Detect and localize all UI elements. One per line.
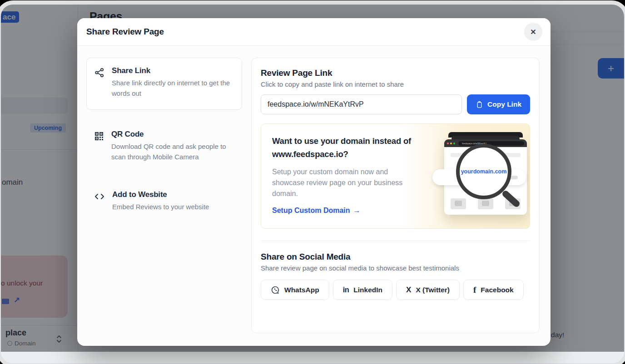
social-button-label: LinkedIn — [353, 286, 382, 294]
social-button-label: X (Twitter) — [416, 286, 450, 294]
social-buttons-row: WhatsApp in LinkedIn X X (Twitter) f Fac… — [261, 280, 530, 300]
traffic-red-dot — [447, 143, 449, 144]
review-page-link-subheading: Click to copy and paste link on internet… — [261, 80, 530, 88]
option-description: Download QR code and ask people to scan … — [111, 142, 235, 162]
social-button-label: Facebook — [481, 286, 513, 294]
share-linkedin-button[interactable]: in LinkedIn — [333, 280, 392, 300]
social-heading: Share on Social Media — [261, 252, 530, 262]
option-qr-code[interactable]: QR Code Download QR code and ask people … — [86, 122, 242, 170]
traffic-green-dot — [453, 143, 455, 144]
share-review-page-modal: Share Review Page ✕ Share Link Share lin… — [77, 18, 551, 346]
modal-title: Share Review Page — [86, 27, 164, 37]
social-subheading: Share review page on social media to sho… — [261, 264, 530, 272]
option-title: Share Link — [112, 66, 234, 75]
option-add-to-website[interactable]: Add to Wesbite Embed Reviews to your web… — [86, 182, 242, 221]
whatsapp-icon — [271, 285, 280, 295]
share-x-twitter-button[interactable]: X X (Twitter) — [396, 280, 460, 300]
option-title: Add to Wesbite — [112, 190, 209, 199]
modal-body: Share Link Share link directly on intern… — [77, 46, 551, 346]
setup-custom-domain-link[interactable]: Setup Custom Domain → — [272, 207, 361, 215]
custom-domain-text: Want to use your domain instead of www.f… — [261, 124, 432, 228]
custom-domain-illustration: feedspace.io/w/MlqwdjU — [432, 124, 530, 228]
section-divider — [261, 241, 530, 241]
review-link-input[interactable] — [261, 94, 462, 114]
arrow-right-icon: → — [353, 207, 361, 215]
share-link-panel: Review Page Link Click to copy and paste… — [251, 58, 540, 333]
share-nodes-icon — [94, 66, 105, 98]
share-facebook-button[interactable]: f Facebook — [463, 280, 524, 300]
traffic-yellow-dot — [450, 143, 452, 144]
custom-domain-description: Setup your custom domain now and showcas… — [272, 167, 413, 199]
option-description: Embed Reviews to your website — [112, 202, 209, 212]
yourdomain-label: yourdomain.com — [461, 168, 507, 175]
share-options-list: Share Link Share link directly on intern… — [86, 58, 242, 333]
image-placeholder — [451, 198, 466, 209]
link-row: Copy Link — [261, 94, 530, 114]
modal-header: Share Review Page ✕ — [77, 18, 551, 46]
review-page-link-heading: Review Page Link — [261, 68, 530, 78]
linkedin-icon: in — [343, 285, 349, 294]
option-title: QR Code — [111, 130, 235, 139]
close-button[interactable]: ✕ — [524, 23, 542, 41]
copy-link-button[interactable]: Copy Link — [467, 94, 530, 114]
bottom-bar — [1, 352, 624, 363]
share-whatsapp-button[interactable]: WhatsApp — [261, 280, 329, 300]
setup-custom-domain-label: Setup Custom Domain — [272, 207, 350, 215]
custom-domain-card: Want to use your domain instead of www.f… — [261, 123, 530, 229]
custom-domain-title: Want to use your domain instead of www.f… — [272, 135, 417, 161]
copy-link-label: Copy Link — [487, 100, 521, 108]
social-button-label: WhatsApp — [284, 286, 319, 294]
qr-code-icon — [94, 130, 104, 162]
code-icon — [94, 190, 105, 212]
magnifier-icon: yourdomain.com — [456, 144, 511, 199]
facebook-icon: f — [473, 285, 476, 295]
x-twitter-icon: X — [406, 285, 411, 295]
screen: ace Upcoming omain o unlock your ↗ place… — [0, 0, 625, 364]
option-description: Share link directly on internet to get t… — [112, 78, 234, 98]
image-placeholder — [478, 198, 493, 209]
option-share-link[interactable]: Share Link Share link directly on intern… — [86, 58, 242, 110]
clipboard-icon — [476, 101, 483, 108]
